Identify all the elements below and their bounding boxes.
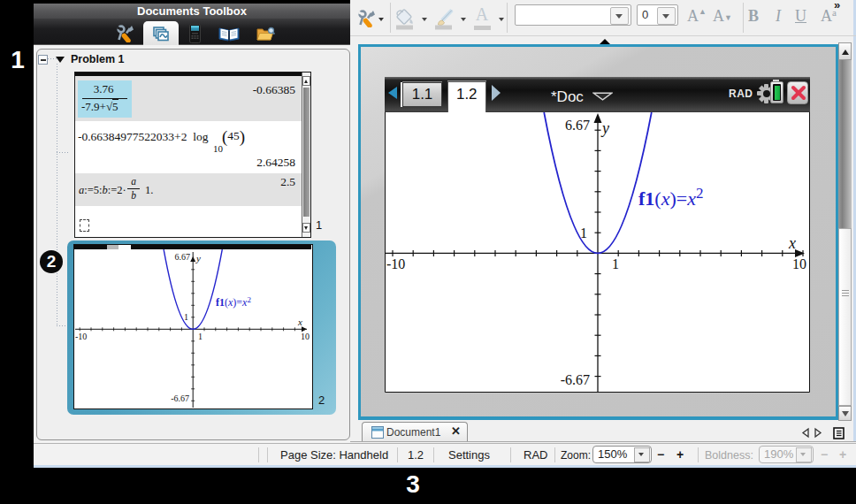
- svg-text:y: y: [600, 119, 609, 137]
- svg-text:1: 1: [198, 332, 203, 341]
- svg-text:10: 10: [301, 332, 310, 341]
- svg-text:x: x: [297, 317, 302, 327]
- svg-text:6.67: 6.67: [175, 252, 191, 262]
- svg-text:f1(x)=x2: f1(x)=x2: [638, 185, 703, 210]
- svg-text:1: 1: [580, 225, 587, 241]
- svg-text:-10: -10: [75, 332, 87, 341]
- svg-text:1: 1: [184, 312, 188, 322]
- svg-text:y: y: [195, 253, 201, 263]
- svg-text:-6.67: -6.67: [171, 393, 189, 403]
- svg-text:f1(x)=x2: f1(x)=x2: [216, 295, 251, 309]
- svg-text:-10: -10: [386, 256, 405, 271]
- svg-text:6.67: 6.67: [565, 118, 590, 133]
- svg-text:x: x: [788, 234, 796, 252]
- svg-text:1: 1: [612, 256, 619, 271]
- svg-text:-6.67: -6.67: [561, 372, 590, 387]
- svg-text:10: 10: [792, 256, 806, 271]
